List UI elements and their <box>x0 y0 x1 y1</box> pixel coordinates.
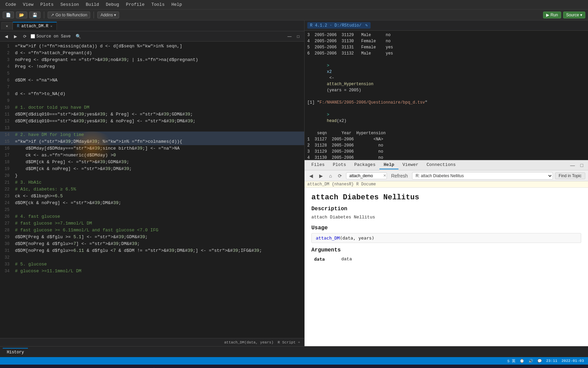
help-refresh2-btn[interactable]: Refresh <box>389 172 410 179</box>
tab-plots[interactable]: Plots <box>329 161 350 169</box>
code-line: 34# glucose >=11.1mmol/L DM <box>0 268 304 275</box>
menu-profile[interactable]: Profile <box>123 1 147 8</box>
taskbar-settings[interactable]: ⚙ <box>157 366 170 368</box>
editor-back-btn[interactable]: ◀ <box>3 33 10 40</box>
line-content: d$DM[d$diq010==="str">&#39;yes&#39; & Pr… <box>14 111 304 118</box>
code-line: 23ck <- d$lbxgh>=6.5 <box>0 193 304 200</box>
message-icon: 💬 <box>537 359 542 363</box>
console-area[interactable]: 3 2005-2006 31129 Male no 4 2005-2006 31… <box>305 31 588 160</box>
tab-files[interactable]: Files <box>307 161 329 169</box>
menu-debug[interactable]: Debug <box>103 1 122 8</box>
help-content[interactable]: attach Diabetes Nellitus Description att… <box>305 188 588 346</box>
new-file-button[interactable]: 📄 <box>3 12 14 18</box>
line-number: 10 <box>0 104 14 111</box>
help-back-btn[interactable]: ◀ <box>307 172 315 179</box>
taskbar-wechat[interactable]: 💬 <box>78 366 91 368</box>
source-button[interactable]: Source ▾ <box>563 12 585 18</box>
taskbar-excel[interactable]: X <box>48 366 61 368</box>
taskbar-todo[interactable]: ✓ <box>122 366 136 368</box>
editor-maximize-btn[interactable]: □ <box>295 33 301 40</box>
help-search-input[interactable] <box>346 172 387 179</box>
menu-session[interactable]: Session <box>58 1 82 8</box>
line-content: d$DM <- ="na">NA <box>14 77 304 84</box>
help-minimize-btn[interactable]: — <box>568 162 577 169</box>
open-file-button[interactable]: 📂 <box>16 12 27 18</box>
help-refresh-btn[interactable]: ⟳ <box>336 172 344 179</box>
help-usage-code: attach_DM(data, years) <box>311 233 581 243</box>
tab-help[interactable]: Help <box>379 161 398 169</box>
taskbar-browser[interactable]: ◉ <box>18 366 31 368</box>
code-line: 28# fast glucose >= 6.11mmol/L and fast … <box>0 227 304 234</box>
menu-bar: Code View Plots Session Build Debug Prof… <box>0 0 588 10</box>
addins-button[interactable]: Addins ▾ <box>97 12 119 18</box>
line-content: d <- ="fn">attach_Pregnant(d) <box>14 50 304 57</box>
code-area[interactable]: 1="kw">if (!="fn">missing(data)) d <- d[… <box>0 42 304 338</box>
arg-desc: data <box>339 255 581 263</box>
line-number: 28 <box>0 227 14 234</box>
tab-close-icon[interactable]: ✕ <box>50 24 52 28</box>
taskbar-word[interactable]: W <box>63 366 76 368</box>
source-on-save-label[interactable]: Source on Save <box>31 34 71 39</box>
help-forward-btn[interactable]: ▶ <box>317 172 325 179</box>
menu-help[interactable]: Help <box>169 1 185 8</box>
code-line: 18 d$DM[ck & Preg] <- ="str">&#39;GDM&#3… <box>0 159 304 166</box>
taskbar-rstudio[interactable]: R <box>108 366 121 368</box>
line-number: 24 <box>0 200 14 206</box>
code-line: 20} <box>0 172 304 179</box>
r-version-badge: R 4.1.2 · D:/RStudio/ ✎ <box>307 22 371 29</box>
editor-close-x[interactable]: ✕ <box>1 22 13 30</box>
menu-build[interactable]: Build <box>83 1 102 8</box>
line-number: 2 <box>0 50 14 57</box>
editor-forward-btn[interactable]: ▶ <box>12 33 19 40</box>
edit-path-icon[interactable]: ✎ <box>365 23 368 28</box>
tab-packages[interactable]: Packages <box>350 161 379 169</box>
menu-tools[interactable]: Tools <box>149 1 167 8</box>
taskbar: V ◉ 📁 X W 💬 ● R ✓ ♪ ⚙ 中 23:11 2022-01-03 <box>0 365 588 368</box>
menu-view[interactable]: View <box>20 1 36 8</box>
goto-file-button[interactable]: ↗ Go to file/function <box>48 12 90 18</box>
history-tab[interactable]: History <box>3 348 28 356</box>
clock-icon: ⌚ <box>520 359 524 363</box>
line-content: # 2. have DM for long time <box>14 132 304 138</box>
code-line: 1="kw">if (!="fn">missing(data)) d <- d[… <box>0 43 304 50</box>
console-line: 4 2005-2006 31130 Female no <box>307 38 585 44</box>
console-line: 4 31130 2005-2006 no <box>307 155 585 160</box>
table-row: data data <box>311 255 581 263</box>
bottom-panel: History <box>0 346 588 357</box>
line-content <box>14 254 304 261</box>
console-line: seqn Year Hypertension <box>307 130 585 136</box>
help-home-btn[interactable]: ⌂ <box>327 172 334 179</box>
console-line: 6 2005-2006 31132 Male yes <box>307 50 585 57</box>
menu-plots[interactable]: Plots <box>37 1 56 8</box>
editor-tab-active[interactable]: R attach_DM.R ✕ <box>13 22 57 30</box>
help-topic-select[interactable]: R: attach Diabetes Nellitus <box>412 172 553 180</box>
source-on-save-checkbox[interactable] <box>31 34 35 39</box>
save-file-button[interactable]: 💾 <box>29 12 40 18</box>
line-content: # 5. glucose <box>14 261 304 268</box>
line-content: # glucose >=11.1mmol/L DM <box>14 268 304 275</box>
code-line: 5 <box>0 70 304 77</box>
taskbar-file-explorer[interactable]: 📁 <box>33 366 46 368</box>
taskbar-chrome[interactable]: ● <box>93 366 106 368</box>
editor-refresh-btn[interactable]: ⟳ <box>21 33 29 40</box>
run-button[interactable]: ▶ Run <box>543 12 561 18</box>
line-number: 3 <box>0 57 14 63</box>
help-maximize-btn[interactable]: □ <box>578 162 585 169</box>
taskbar-input-method[interactable]: 中 <box>172 366 185 368</box>
line-content: # 4. fast glucose <box>14 213 304 220</box>
clear-search-btn[interactable]: ✕ <box>383 173 386 178</box>
menu-code[interactable]: Code <box>3 1 19 8</box>
line-number: 33 <box>0 261 14 268</box>
line-number: 18 <box>0 159 14 166</box>
line-number: 27 <box>0 220 14 227</box>
code-line: 2d <- ="fn">attach_Pregnant(d) <box>0 50 304 57</box>
taskbar-antivirus[interactable]: V <box>3 366 16 368</box>
line-content: d$DM[Preg & d$fglu >= 5.1] <- ="str">&#3… <box>14 234 304 241</box>
tab-viewer[interactable]: Viewer <box>398 161 423 169</box>
code-line: 12d$DM[d$diq010==="str">&#39;yes&#39; & … <box>0 118 304 125</box>
tab-connections[interactable]: Connections <box>422 161 460 169</box>
editor-panel: ✕ R attach_DM.R ✕ ◀ ▶ ⟳ Source on Save 🔍… <box>0 20 305 346</box>
find-topic-button[interactable]: Find in Topic <box>555 172 585 179</box>
taskbar-music[interactable]: ♪ <box>137 366 151 368</box>
editor-minimize-btn[interactable]: — <box>285 33 294 40</box>
